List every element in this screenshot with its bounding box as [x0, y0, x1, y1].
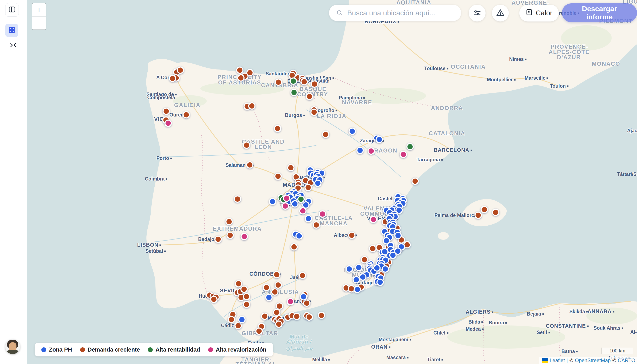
marker-demanda-creciente[interactable] [227, 232, 234, 239]
leaflet-link[interactable]: Leaflet [550, 358, 565, 363]
dashboard-nav-button[interactable] [5, 24, 18, 37]
marker-alta-revalorizacion[interactable] [370, 216, 377, 223]
marker-demanda-creciente[interactable] [274, 125, 281, 132]
marker-demanda-creciente[interactable] [273, 271, 281, 278]
filter-button[interactable] [469, 5, 486, 22]
marker-demanda-creciente[interactable] [322, 131, 329, 138]
download-report-button[interactable]: Descargar informe [562, 3, 637, 22]
marker-demanda-creciente[interactable] [305, 184, 312, 191]
marker-demanda-creciente[interactable] [303, 300, 310, 307]
marker-alta-revalorizacion[interactable] [241, 233, 248, 240]
marker-demanda-creciente[interactable] [492, 209, 500, 216]
marker-zona-ph[interactable] [300, 293, 307, 300]
marker-zona-ph[interactable] [238, 316, 246, 323]
marker-demanda-creciente[interactable] [475, 212, 482, 219]
marker-demanda-creciente[interactable] [275, 320, 283, 328]
marker-demanda-creciente[interactable] [275, 78, 282, 86]
marker-demanda-creciente[interactable] [243, 301, 250, 308]
marker-demanda-creciente[interactable] [261, 312, 269, 320]
marker-demanda-creciente[interactable] [248, 102, 256, 110]
marker-alta-revalorizacion[interactable] [282, 202, 289, 210]
marker-demanda-creciente[interactable] [235, 280, 242, 288]
marker-zona-ph[interactable] [373, 264, 381, 272]
marker-demanda-creciente[interactable] [293, 313, 301, 320]
marker-demanda-creciente[interactable] [273, 309, 281, 316]
map-canvas[interactable]: AQUITANIABORDEAUXOCCITANIAToulouseMontpe… [0, 0, 637, 364]
marker-zona-ph[interactable] [382, 266, 389, 273]
toggle-panel-button[interactable] [5, 3, 19, 17]
marker-zona-ph[interactable] [376, 136, 383, 143]
marker-demanda-creciente[interactable] [275, 282, 282, 289]
marker-demanda-creciente[interactable] [348, 232, 356, 239]
marker-demanda-creciente[interactable] [236, 66, 244, 74]
marker-zona-ph[interactable] [389, 252, 397, 259]
marker-demanda-creciente[interactable] [243, 142, 250, 149]
marker-demanda-creciente[interactable] [290, 243, 298, 251]
marker-demanda-creciente[interactable] [177, 66, 184, 74]
search-input[interactable] [347, 9, 459, 17]
marker-zona-ph[interactable] [356, 147, 364, 154]
marker-zona-ph[interactable] [349, 128, 356, 135]
marker-zona-ph[interactable] [394, 232, 402, 239]
marker-zona-ph[interactable] [376, 279, 384, 286]
marker-demanda-creciente[interactable] [210, 296, 218, 303]
marker-zona-ph[interactable] [305, 215, 312, 222]
marker-demanda-creciente[interactable] [243, 293, 250, 300]
marker-demanda-creciente[interactable] [313, 222, 320, 229]
openstreetmap-link[interactable]: OpenStreetMap [575, 358, 611, 363]
marker-alta-revalorizacion[interactable] [368, 148, 375, 155]
collapse-sidebar-button[interactable] [9, 42, 18, 49]
marker-demanda-creciente[interactable] [369, 245, 376, 252]
marker-zona-ph[interactable] [359, 274, 367, 281]
marker-zona-ph[interactable] [353, 276, 360, 284]
marker-demanda-creciente[interactable] [163, 108, 170, 115]
marker-demanda-creciente[interactable] [311, 80, 318, 88]
marker-alta-rentabilidad[interactable] [297, 196, 305, 203]
marker-demanda-creciente[interactable] [306, 93, 313, 100]
marker-alta-rentabilidad[interactable] [290, 89, 298, 96]
marker-demanda-creciente[interactable] [183, 111, 190, 118]
marker-demanda-creciente[interactable] [215, 236, 222, 243]
marker-demanda-creciente[interactable] [241, 286, 248, 293]
marker-demanda-creciente[interactable] [481, 206, 488, 214]
marker-demanda-creciente[interactable] [237, 74, 245, 82]
marker-demanda-creciente[interactable] [301, 78, 308, 86]
marker-demanda-creciente[interactable] [318, 312, 325, 319]
marker-zona-ph[interactable] [296, 232, 303, 240]
marker-zona-ph[interactable] [355, 264, 363, 271]
marker-alta-revalorizacion[interactable] [319, 210, 326, 218]
marker-alta-revalorizacion[interactable] [400, 151, 407, 158]
marker-zona-ph[interactable] [269, 198, 276, 206]
marker-zona-ph[interactable] [265, 294, 273, 301]
marker-demanda-creciente[interactable] [263, 284, 270, 291]
marker-demanda-creciente[interactable] [274, 173, 282, 180]
marker-zona-ph[interactable] [314, 180, 322, 187]
marker-demanda-creciente[interactable] [226, 218, 233, 226]
marker-demanda-creciente[interactable] [228, 316, 235, 323]
zoom-in-button[interactable]: + [32, 3, 46, 17]
marker-demanda-creciente[interactable] [256, 328, 263, 335]
alerts-button[interactable] [492, 5, 509, 22]
marker-demanda-creciente[interactable] [234, 196, 241, 203]
marker-alta-revalorizacion[interactable] [164, 120, 172, 127]
marker-alta-revalorizacion[interactable] [283, 195, 290, 202]
marker-zona-ph[interactable] [354, 286, 361, 293]
marker-demanda-creciente[interactable] [306, 314, 313, 321]
user-avatar[interactable] [5, 339, 20, 354]
marker-demanda-creciente[interactable] [310, 109, 318, 116]
zoom-out-button[interactable]: − [32, 17, 46, 30]
marker-alta-revalorizacion[interactable] [287, 298, 294, 306]
marker-demanda-creciente[interactable] [246, 161, 254, 169]
marker-demanda-creciente[interactable] [299, 272, 306, 279]
marker-demanda-creciente[interactable] [411, 178, 419, 185]
marker-demanda-creciente[interactable] [169, 75, 176, 82]
marker-demanda-creciente[interactable] [287, 164, 295, 172]
heat-layer-button[interactable]: Calor [519, 5, 559, 22]
marker-alta-revalorizacion[interactable] [299, 207, 307, 215]
marker-zona-ph[interactable] [346, 266, 353, 273]
marker-demanda-creciente[interactable] [271, 288, 279, 296]
marker-alta-rentabilidad[interactable] [406, 143, 414, 150]
marker-zona-ph[interactable] [291, 200, 299, 208]
marker-alta-rentabilidad[interactable] [290, 78, 297, 85]
carto-link[interactable]: CARTO [618, 358, 635, 363]
